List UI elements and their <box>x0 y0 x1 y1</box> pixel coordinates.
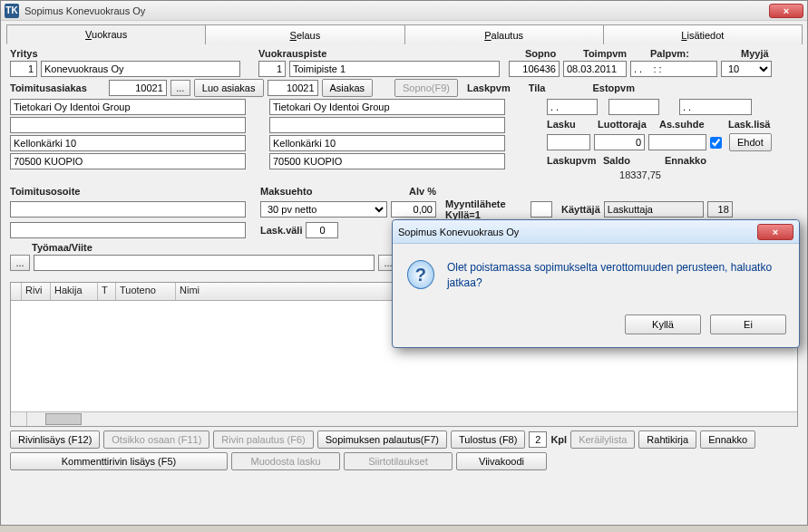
cust2-city[interactable] <box>269 153 505 169</box>
laskpvm-label: Laskpvm <box>467 82 511 93</box>
maksuehto-label: Maksuehto <box>260 186 312 197</box>
laskvali-label: Lask.väli <box>260 225 302 236</box>
col-rivi[interactable]: Rivi <box>22 283 51 300</box>
rivinlisays-button[interactable]: Rivinlisäys (F12) <box>10 430 100 449</box>
cust1-name[interactable] <box>10 99 246 115</box>
yritys-no-input[interactable] <box>10 61 37 77</box>
assuhde-label: As.suhde <box>659 119 725 130</box>
kpl-label: Kpl <box>550 434 567 445</box>
yritys-name-input[interactable] <box>41 61 240 77</box>
siirtotilaukset-button[interactable]: Siirtotilaukset <box>344 452 453 470</box>
cust1-city[interactable] <box>10 153 246 169</box>
tyomaa-input[interactable] <box>34 255 375 271</box>
tila-input[interactable] <box>608 99 659 115</box>
sopno-label: Sopno <box>525 48 556 59</box>
saldo-value: 18337,75 <box>603 169 661 180</box>
toimitusasiakas-label: Toimitusasiakas <box>10 82 87 93</box>
col-tuoteno[interactable]: Tuoteno <box>116 283 176 300</box>
tyomaa-lookup-button[interactable]: ... <box>10 255 30 271</box>
app-icon: TK <box>5 4 19 18</box>
tulostus-kpl-input[interactable] <box>529 431 547 448</box>
ehdot-button[interactable]: Ehdot <box>729 133 772 151</box>
palpvm-input[interactable] <box>630 61 717 77</box>
maksuehto-select[interactable]: 30 pv netto <box>260 201 387 218</box>
laskpvm-input[interactable] <box>547 99 598 115</box>
toimitusosoite-input2[interactable] <box>10 222 246 238</box>
viivakoodi-button[interactable]: Viivakoodi <box>456 452 547 470</box>
alv-label: Alv % <box>409 186 436 197</box>
lasku-label: Lasku <box>547 119 594 130</box>
tyomaa-label: Työmaa/Viite <box>32 242 92 253</box>
bottom-bar-2: Kommenttirivin lisäys (F5) Muodosta lask… <box>1 450 807 472</box>
kayttaja-name <box>604 201 704 218</box>
kayttaja-label: Käyttäjä <box>561 204 600 215</box>
alv-input[interactable] <box>391 201 436 218</box>
laskupvm-label: Laskupvm <box>547 155 599 166</box>
dialog-close-button[interactable]: × <box>757 224 793 240</box>
window-close-button[interactable]: × <box>769 4 803 18</box>
cust2-addr[interactable] <box>269 135 505 151</box>
lasku-input[interactable] <box>547 134 590 150</box>
luo-asiakas-button[interactable]: Luo asiakas <box>194 79 264 97</box>
ennakko-label: Ennakko <box>665 155 706 166</box>
myyntilahete-label: Myyntilähete Kyllä=1 <box>445 198 527 220</box>
toimpvm-input[interactable] <box>563 61 627 77</box>
laskvali-input[interactable] <box>306 222 338 238</box>
confirm-dialog: Sopimus Konevuokraus Oy × ? Olet poistam… <box>392 219 800 348</box>
myyja-label: Myyjä <box>741 48 769 59</box>
yritys-label: Yritys <box>10 48 38 59</box>
tab-palautus[interactable]: Palautus <box>404 24 604 44</box>
luottoraja-label: Luottoraja <box>598 119 656 130</box>
cust1-addr[interactable] <box>10 135 246 151</box>
dialog-title: Sopimus Konevuokraus Oy <box>398 227 519 237</box>
dialog-message: Olet poistamassa sopimukselta verottomuu… <box>447 260 784 291</box>
titlebar: TK Sopimus Konevuokraus Oy × <box>1 1 807 21</box>
window-title: Sopimus Konevuokraus Oy <box>24 5 145 16</box>
sopimuksenpalautus-button[interactable]: Sopimuksen palautus(F7) <box>317 430 447 449</box>
otsikko-button[interactable]: Otsikko osaan (F11) <box>103 430 209 449</box>
asiakas-button[interactable]: Asiakas <box>322 79 374 97</box>
vuokrauspiste-label: Vuokrauspiste <box>258 48 326 59</box>
toimitusasiakas-no-input[interactable] <box>109 80 167 96</box>
piste-name-input[interactable] <box>289 61 500 77</box>
rahtikirja-button[interactable]: Rahtikirja <box>638 430 696 449</box>
lookup-asiakas-button[interactable]: ... <box>170 80 190 96</box>
lasklisa-label: Lask.lisä <box>728 119 770 130</box>
asiakas-no2-input[interactable] <box>268 80 318 96</box>
dialog-yes-button[interactable]: Kyllä <box>625 314 701 334</box>
tab-lisatiedot[interactable]: Lisätiedot <box>603 24 803 44</box>
sopno-input[interactable] <box>509 61 560 77</box>
saldo-label: Saldo <box>603 155 661 166</box>
estopvm-input[interactable] <box>679 99 752 115</box>
tab-vuokraus[interactable]: Vuokraus <box>6 24 206 44</box>
grid-hscroll[interactable] <box>11 411 797 426</box>
piste-no-input[interactable] <box>258 61 286 77</box>
tab-selaus[interactable]: Selaus <box>205 24 404 44</box>
col-t[interactable]: T <box>98 283 116 300</box>
estopvm-label: Estopvm <box>592 82 634 93</box>
dialog-no-button[interactable]: Ei <box>710 314 786 334</box>
palpvm-label: Palpvm: <box>650 48 689 59</box>
tab-bar: Vuokraus Selaus Palautus Lisätiedot <box>6 24 802 44</box>
dialog-titlebar: Sopimus Konevuokraus Oy × <box>393 220 799 244</box>
cust1-blank[interactable] <box>10 117 246 133</box>
kommenttirivi-button[interactable]: Kommenttirivin lisäys (F5) <box>10 452 228 470</box>
kerailylista-button[interactable]: Keräilylista <box>570 430 635 449</box>
muodosta-lasku-button[interactable]: Muodosta lasku <box>231 452 340 470</box>
tulostus-button[interactable]: Tulostus (F8) <box>451 430 525 449</box>
question-icon: ? <box>407 260 434 289</box>
rivinpalautus-button[interactable]: Rivin palautus (F6) <box>213 430 313 449</box>
ennakko-button[interactable]: Ennakko <box>700 430 755 449</box>
myyntilahete-input[interactable] <box>531 201 552 218</box>
lasklisa-checkbox[interactable] <box>710 137 722 149</box>
col-hakija[interactable]: Hakija <box>51 283 98 300</box>
cust2-name[interactable] <box>269 99 505 115</box>
myyja-select[interactable]: 10 <box>721 61 772 77</box>
cust2-blank[interactable] <box>269 117 505 133</box>
sopno-f9-button[interactable]: Sopno(F9) <box>394 79 458 97</box>
luottoraja-input[interactable] <box>594 134 645 150</box>
toimitusosoite-input[interactable] <box>10 201 246 218</box>
kayttaja-no <box>707 201 733 218</box>
tila-label: Tila <box>529 82 546 93</box>
assuhde-input[interactable] <box>648 134 706 150</box>
